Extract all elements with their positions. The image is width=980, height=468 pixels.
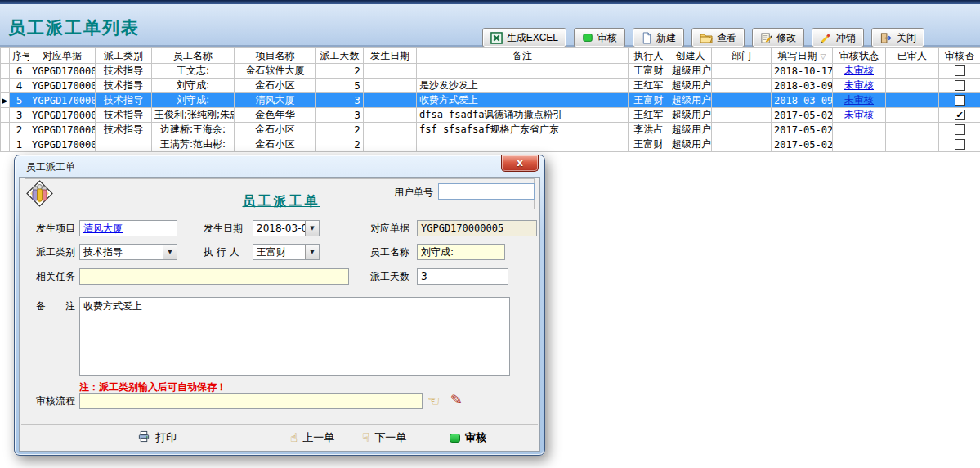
header-audit-status[interactable]: 审核状态	[833, 48, 886, 64]
audit-status-link[interactable]: 未审核	[844, 79, 874, 91]
audit-button[interactable]: 审核	[574, 28, 625, 47]
cell-auditor	[886, 137, 939, 152]
next-order-button[interactable]: ☟ 下一单	[362, 430, 406, 445]
project-field[interactable]: 清风大厦	[79, 220, 177, 236]
flow-input[interactable]	[79, 393, 423, 409]
row-selector-cell[interactable]	[1, 79, 10, 93]
cell-audit_status: 未审核	[833, 79, 886, 93]
cell-auditor	[886, 123, 939, 137]
audit-status-link[interactable]: 未审核	[844, 94, 874, 106]
generate-excel-button[interactable]: 生成EXCEL	[482, 28, 566, 47]
days-label: 派工天数	[370, 268, 409, 285]
printer-icon	[137, 430, 150, 445]
type-combobox[interactable]: 技术指导 ▼	[79, 244, 177, 260]
cell-employee: 王满芳:范由彬:	[152, 137, 235, 152]
task-input[interactable]	[79, 268, 349, 285]
header-audited-flag[interactable]: 审核否	[939, 48, 980, 64]
header-creator[interactable]: 创建人	[669, 48, 712, 64]
header-remark[interactable]: 备注	[417, 48, 629, 64]
user-no-input[interactable]	[438, 183, 535, 200]
cell-auditor	[886, 108, 939, 123]
cell-creator: 超级用户	[669, 64, 712, 79]
header-executor[interactable]: 执行人	[629, 48, 669, 64]
cell-auditor	[886, 79, 939, 93]
remark-label-2: 注	[65, 298, 75, 314]
cell-audit_status	[833, 137, 886, 152]
pointing-hand-icon[interactable]: ☜	[427, 393, 440, 409]
employee-field[interactable]	[417, 244, 505, 260]
cell-fill_date: 2017-05-02	[772, 123, 833, 137]
audited-checkbox[interactable]	[955, 139, 965, 150]
new-button[interactable]: 新建	[633, 28, 684, 47]
cell-executor: 王红军	[629, 79, 669, 93]
edit-button[interactable]: 修改	[752, 28, 804, 47]
cell-fill_date: 2018-10-17	[772, 64, 833, 79]
table-row[interactable]: 1YGPGD170000001王满芳:范由彬:金石小区2王富财超级用户2017-…	[1, 137, 980, 152]
cell-seq: 1	[10, 137, 29, 152]
header-type[interactable]: 派工类别	[96, 48, 152, 64]
days-input[interactable]	[417, 268, 508, 285]
cell-fill_date: 2018-03-09	[772, 93, 833, 108]
edit-icon	[760, 32, 772, 44]
cell-date	[364, 123, 417, 137]
cell-creator: 超级用户	[669, 123, 712, 137]
header-fill-date-label: 填写日期	[778, 50, 817, 61]
row-selector-cell[interactable]	[1, 64, 10, 79]
dialog-audit-button[interactable]: 审核	[450, 430, 486, 445]
print-button[interactable]: 打印	[137, 430, 177, 445]
table-row[interactable]: 4YGPGD170000004技术指导刘守成:金石小区5是沙发沙发上王红军超级用…	[1, 79, 980, 93]
cell-creator: 超级用户	[669, 79, 712, 93]
audit-status-link[interactable]: 未审核	[844, 65, 874, 76]
date-dropdown-icon[interactable]: ▼	[305, 221, 319, 236]
executor-combobox[interactable]: 王富财 ▼	[253, 244, 320, 260]
table-row[interactable]: 6YGPGD170000006技术指导王文志:金石软件大厦2王富财超级用户201…	[1, 64, 980, 79]
header-doc[interactable]: 对应单据	[29, 48, 96, 64]
audited-checkbox[interactable]	[955, 65, 965, 76]
close-button[interactable]: 关闭	[871, 28, 924, 47]
employee-label: 员工名称	[370, 244, 409, 260]
signature-pencil-icon[interactable]: ✎	[450, 390, 463, 408]
table-row[interactable]: 2YGPGD170000002技术指导边建桥;王海余:金石小区2fsf sfsa…	[1, 123, 980, 137]
type-dropdown-icon[interactable]: ▼	[163, 245, 177, 259]
table-row[interactable]: 3YGPGD170000003技术指导王俊利;张纯刚;朱忠良金色年华3dfsa …	[1, 108, 980, 123]
row-selector-cell[interactable]	[1, 137, 10, 152]
header-employee[interactable]: 员工名称	[152, 48, 235, 64]
cell-employee: 刘守成:	[152, 79, 235, 93]
executor-dropdown-icon[interactable]: ▼	[305, 245, 319, 259]
project-link[interactable]: 清风大厦	[83, 223, 123, 234]
date-combobox[interactable]: 2018-03-09 ▼	[253, 220, 320, 236]
page-header: 员工派工单列表 生成EXCEL 审核 新建 查看 修改 冲销 关闭	[0, 4, 980, 47]
table-header-row: 序号 对应单据 派工类别 员工名称 项目名称 派工天数 发生日期 备注 执行人 …	[1, 48, 980, 64]
header-dept[interactable]: 部门	[712, 48, 772, 64]
cell-date	[364, 93, 417, 108]
writeoff-icon	[820, 32, 832, 44]
audited-checkbox[interactable]	[955, 124, 965, 135]
header-days[interactable]: 派工天数	[316, 48, 364, 64]
row-selector-cell[interactable]	[1, 123, 10, 137]
table-row[interactable]: ▶5YGPGD170000005技术指导刘守成:清风大厦3收费方式爱上王富财超级…	[1, 93, 980, 108]
prev-order-button[interactable]: ☝ 上一单	[290, 430, 334, 445]
row-selector-cell[interactable]	[1, 108, 10, 123]
excel-icon	[490, 32, 503, 44]
cell-remark: 是沙发沙发上	[417, 79, 629, 93]
header-seq[interactable]: 序号	[10, 48, 29, 64]
header-auditor[interactable]: 已审人	[886, 48, 939, 64]
cell-seq: 6	[10, 64, 29, 79]
close-icon	[879, 32, 893, 44]
audited-checkbox[interactable]: ✔	[955, 110, 965, 120]
header-selector	[1, 48, 10, 64]
cell-checked	[939, 64, 980, 79]
audited-checkbox[interactable]	[955, 95, 965, 106]
audit-status-link[interactable]: 未审核	[844, 109, 874, 120]
audited-checkbox[interactable]	[955, 80, 965, 91]
row-selector-cell[interactable]: ▶	[1, 93, 10, 108]
cell-checked: ✔	[939, 108, 980, 123]
remark-textarea[interactable]: 收费方式爱上	[79, 297, 510, 376]
dialog-close-button[interactable]: x	[501, 155, 539, 172]
header-date[interactable]: 发生日期	[364, 48, 417, 64]
flow-label: 审核流程	[36, 393, 75, 409]
header-fill-date[interactable]: 填写日期▽	[772, 48, 833, 64]
writeoff-button[interactable]: 冲销	[812, 28, 864, 47]
view-button[interactable]: 查看	[691, 28, 745, 47]
header-project[interactable]: 项目名称	[235, 48, 316, 64]
